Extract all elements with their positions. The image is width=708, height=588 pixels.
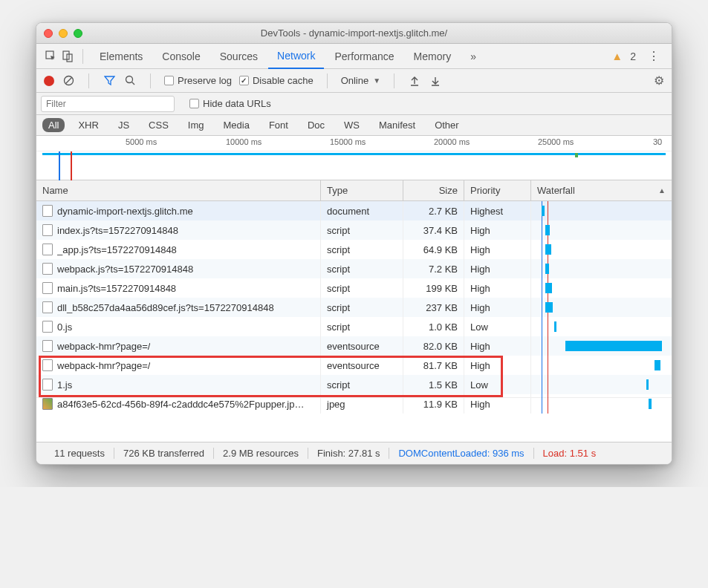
header-waterfall[interactable]: Waterfall ▲ (531, 180, 672, 200)
disable-cache-checkbox[interactable] (239, 76, 249, 85)
hide-data-urls-label: Hide data URLs (203, 98, 271, 109)
maximize-button[interactable] (74, 29, 82, 38)
cell-type: jpeg (321, 394, 403, 414)
timeline-overview[interactable]: 5000 ms 10000 ms 15000 ms 20000 ms 25000… (36, 136, 672, 180)
minimize-button[interactable] (59, 29, 68, 38)
waterfall-bar (542, 206, 545, 216)
cell-size: 7.2 KB (403, 259, 464, 278)
timeline-tick: 15000 ms (330, 137, 366, 146)
request-name: a84f63e5-62cd-456b-89f4-c2adddc4e575%2Fp… (57, 399, 304, 410)
cell-waterfall (531, 259, 672, 278)
hide-data-urls-checkbox[interactable] (189, 99, 199, 108)
tab-network[interactable]: Network (268, 44, 324, 69)
tab-more[interactable]: » (461, 44, 485, 69)
table-row[interactable]: 1.jsscript1.5 KBLow (36, 375, 672, 394)
cell-waterfall (531, 278, 672, 298)
warning-icon[interactable]: ▲ (611, 50, 623, 62)
network-toolbar: Preserve log Disable cache Online ▼ ⚙ (36, 69, 672, 93)
chip-img[interactable]: Img (182, 118, 210, 132)
header-name[interactable]: Name (36, 180, 321, 200)
divider (394, 74, 394, 88)
throttling-select[interactable]: Online ▼ (341, 75, 380, 86)
table-row[interactable]: dynamic-import-nextjs.glitch.medocument2… (36, 201, 672, 220)
svg-line-6 (131, 82, 134, 85)
status-load: Load: 1.51 s (534, 448, 605, 459)
chip-doc[interactable]: Doc (302, 118, 331, 132)
request-name: 1.js (57, 379, 72, 391)
cell-priority: Low (464, 317, 531, 336)
tab-sources[interactable]: Sources (211, 44, 267, 69)
cell-size: 81.7 KB (403, 356, 464, 375)
svg-line-4 (65, 78, 71, 84)
filter-icon[interactable] (103, 74, 116, 88)
table-row[interactable]: index.js?ts=1572270914848script37.4 KBHi… (36, 220, 672, 240)
preserve-log-label: Preserve log (178, 75, 232, 86)
table-row[interactable]: webpack-hmr?page=/eventsource81.7 KBHigh (36, 356, 672, 375)
chip-font[interactable]: Font (263, 118, 294, 132)
header-priority[interactable]: Priority (464, 180, 531, 200)
cell-priority: Low (464, 375, 531, 394)
cell-priority: High (464, 278, 531, 298)
cell-type: script (321, 375, 403, 394)
table-row[interactable]: _app.js?ts=1572270914848script64.9 KBHig… (36, 240, 672, 259)
load-line (548, 317, 548, 336)
table-row[interactable]: dll_b58c257da4aa56d89cef.js?ts=157227091… (36, 298, 672, 317)
header-size[interactable]: Size (403, 180, 464, 200)
download-har-icon[interactable] (429, 74, 442, 88)
chip-css[interactable]: CSS (143, 118, 175, 132)
search-icon[interactable] (123, 74, 137, 88)
waterfall-bar (545, 225, 550, 235)
cell-waterfall (531, 240, 672, 259)
table-row[interactable]: webpack-hmr?page=/eventsource82.0 KBHigh (36, 336, 672, 356)
chip-other[interactable]: Other (429, 118, 465, 132)
devtools-window: DevTools - dynamic-import-nextjs.glitch.… (36, 22, 672, 465)
cell-type: eventsource (321, 336, 403, 356)
cell-priority: High (464, 298, 531, 317)
cell-size: 237 KB (403, 298, 464, 317)
inspect-icon[interactable] (44, 49, 59, 64)
warning-count: 2 (630, 50, 636, 62)
waterfall-bar (554, 321, 556, 332)
waterfall-bar (655, 360, 660, 370)
request-table: dynamic-import-nextjs.glitch.medocument2… (36, 201, 672, 414)
request-name: main.js?ts=1572270914848 (57, 283, 176, 294)
document-icon (42, 379, 53, 391)
chip-js[interactable]: JS (112, 118, 135, 132)
tab-elements[interactable]: Elements (91, 44, 152, 69)
timeline-tick: 10000 ms (226, 137, 262, 146)
chip-media[interactable]: Media (217, 118, 255, 132)
table-row[interactable]: main.js?ts=1572270914848script199 KBHigh (36, 278, 672, 298)
header-type[interactable]: Type (321, 180, 403, 200)
record-button[interactable] (44, 76, 54, 86)
upload-har-icon[interactable] (408, 74, 421, 88)
device-toggle-icon[interactable] (60, 49, 75, 64)
kebab-menu-icon[interactable]: ⋮ (643, 49, 664, 63)
chip-all[interactable]: All (42, 118, 65, 132)
cell-priority: High (464, 394, 531, 414)
load-line (548, 375, 548, 394)
tab-console[interactable]: Console (153, 44, 209, 69)
tab-memory[interactable]: Memory (405, 44, 461, 69)
chip-ws[interactable]: WS (338, 118, 366, 132)
chip-manifest[interactable]: Manifest (373, 118, 421, 132)
waterfall-bar (545, 302, 553, 313)
tab-performance[interactable]: Performance (325, 44, 403, 69)
cell-name: index.js?ts=1572270914848 (36, 220, 321, 240)
settings-icon[interactable]: ⚙ (654, 74, 664, 88)
dcl-line (542, 278, 542, 298)
dcl-line (542, 356, 542, 375)
document-icon (42, 321, 53, 333)
clear-icon[interactable] (62, 74, 75, 88)
table-row[interactable]: webpack.js?ts=1572270914848script7.2 KBH… (36, 259, 672, 278)
close-button[interactable] (44, 29, 53, 38)
chip-xhr[interactable]: XHR (72, 118, 104, 132)
load-line (548, 356, 548, 375)
cell-name: 0.js (36, 317, 321, 336)
preserve-log-checkbox[interactable] (164, 76, 174, 85)
dcl-marker (59, 151, 60, 180)
timeline-tick: 5000 ms (126, 137, 157, 146)
table-row[interactable]: 0.jsscript1.0 KBLow (36, 317, 672, 336)
table-row[interactable]: a84f63e5-62cd-456b-89f4-c2adddc4e575%2Fp… (36, 394, 672, 414)
filter-input[interactable] (41, 96, 175, 112)
cell-size: 199 KB (403, 278, 464, 298)
